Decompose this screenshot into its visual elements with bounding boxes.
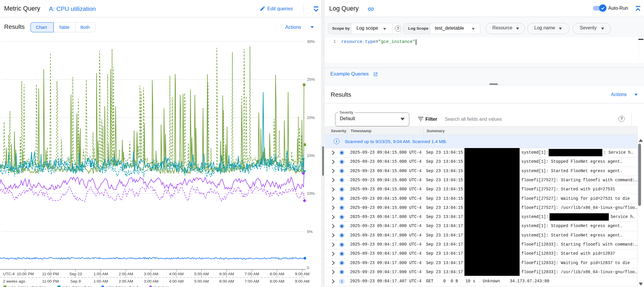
svg-text:30%: 30% bbox=[307, 39, 315, 44]
svg-text:11:00 PM: 11:00 PM bbox=[42, 272, 59, 276]
svg-text:5:00 AM: 5:00 AM bbox=[194, 272, 209, 276]
svg-text:8:00 AM: 8:00 AM bbox=[270, 272, 285, 276]
svg-text:9:00 AM: 9:00 AM bbox=[295, 272, 310, 276]
svg-text:4:00 AM: 4:00 AM bbox=[169, 279, 184, 283]
svg-text:4:00 AM: 4:00 AM bbox=[169, 272, 184, 276]
svg-text:7:00 AM: 7:00 AM bbox=[245, 279, 259, 283]
svg-text:3:00 AM: 3:00 AM bbox=[144, 272, 158, 276]
svg-text:extra-debian-v2-in-2: extra-debian-v2-in-2 bbox=[106, 286, 138, 287]
svg-text:9:00 AM: 9:00 AM bbox=[295, 279, 310, 283]
svg-text:25%: 25% bbox=[307, 77, 315, 82]
svg-text:11:00 PM: 11:00 PM bbox=[42, 279, 59, 283]
svg-text:5%: 5% bbox=[307, 229, 313, 234]
svg-text:3:00 AM: 3:00 AM bbox=[144, 279, 158, 283]
svg-text:6:00 AM: 6:00 AM bbox=[219, 272, 234, 276]
svg-text:8:00 AM: 8:00 AM bbox=[270, 279, 285, 283]
svg-text:Sep 23: Sep 23 bbox=[69, 272, 82, 276]
svg-text:10%: 10% bbox=[307, 191, 315, 196]
svg-text:6:00 AM: 6:00 AM bbox=[219, 279, 234, 283]
svg-text:Sep 9: Sep 9 bbox=[70, 279, 81, 283]
svg-text:15%: 15% bbox=[307, 153, 315, 158]
svg-text:7:00 AM: 7:00 AM bbox=[245, 272, 259, 276]
svg-text:extra-debian-2: ter: extra-debian-2: ter bbox=[62, 286, 92, 287]
svg-text:0: 0 bbox=[307, 266, 309, 270]
svg-text:UTC-4: UTC-4 bbox=[3, 272, 15, 276]
svg-text:extra-debian-v2: tertiary: extra-debian-v2: tertiary bbox=[8, 286, 47, 287]
svg-text:20%: 20% bbox=[307, 115, 315, 120]
svg-text:10:00 PM: 10:00 PM bbox=[17, 272, 34, 276]
svg-text:te-test-pr: te-test-pr bbox=[154, 286, 168, 287]
svg-text:2:00 AM: 2:00 AM bbox=[119, 279, 133, 283]
svg-text:2 weeks ago: 2 weeks ago bbox=[3, 279, 25, 283]
svg-text:2:00 AM: 2:00 AM bbox=[119, 272, 133, 276]
svg-text:1:00 AM: 1:00 AM bbox=[94, 272, 108, 276]
svg-text:1:00 AM: 1:00 AM bbox=[94, 279, 108, 283]
svg-text:5:00 AM: 5:00 AM bbox=[194, 279, 209, 283]
